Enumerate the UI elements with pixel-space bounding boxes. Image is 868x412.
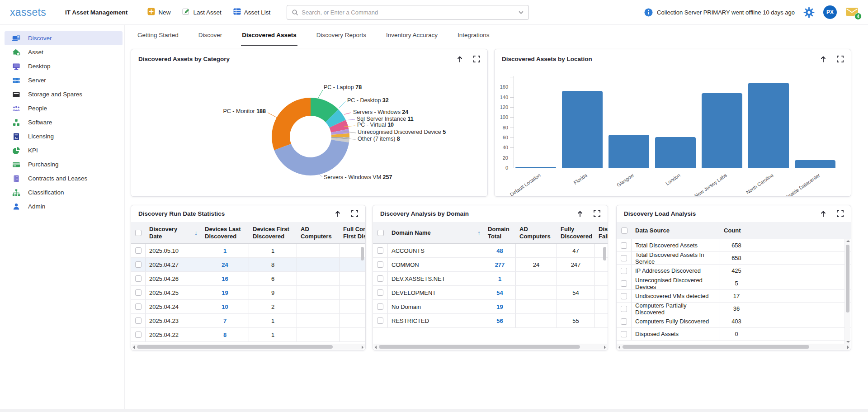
sidebar-item-software[interactable]: Software (5, 115, 123, 129)
expand-icon[interactable] (351, 210, 358, 217)
column-header[interactable]: ADComputers (516, 222, 557, 243)
bar-glasgow[interactable] (609, 135, 649, 168)
vertical-scrollbar-thumb[interactable] (846, 245, 849, 313)
column-header[interactable]: FullyDiscovered (557, 222, 595, 243)
select-all-checkbox[interactable] (135, 230, 142, 236)
row-checkbox[interactable] (621, 280, 627, 287)
table-row[interactable]: Computers Fully Discovered403 (617, 315, 851, 328)
column-header[interactable]: Devices FirstDiscovered (249, 222, 297, 243)
cell-link[interactable]: 19 (484, 300, 516, 313)
row-checkbox[interactable] (135, 275, 142, 282)
table-row[interactable]: DEVELOPMENT5454 (373, 286, 608, 300)
table-row[interactable]: 2025.05.1011 (131, 244, 365, 258)
chevron-down-icon[interactable] (518, 9, 524, 15)
sidebar-item-licensing[interactable]: Licensing (5, 129, 123, 143)
sidebar-item-kpi[interactable]: KPI (5, 143, 123, 157)
app-logo[interactable]: xassets (10, 6, 46, 19)
donut-slice-pc-monitor[interactable] (272, 98, 311, 150)
search-input[interactable] (302, 9, 518, 16)
horizontal-scrollbar[interactable] (617, 344, 850, 350)
export-up-arrow-icon[interactable] (576, 210, 584, 218)
export-up-arrow-icon[interactable] (820, 56, 827, 63)
tab-inventory-accuracy[interactable]: Inventory Accuracy (385, 25, 439, 46)
expand-icon[interactable] (837, 56, 844, 62)
vertical-scrollbar-thumb[interactable] (603, 247, 606, 260)
export-up-arrow-icon[interactable] (820, 210, 827, 218)
row-checkbox[interactable] (621, 306, 627, 312)
table-row[interactable]: Total Discovered Assets658 (617, 239, 851, 252)
select-all-checkbox[interactable] (377, 230, 384, 236)
row-checkbox[interactable] (377, 289, 383, 296)
table-row[interactable]: DEV.XASSETS.NET1 (373, 272, 608, 286)
sidebar-item-storage-and-spares[interactable]: Storage and Spares (5, 87, 123, 101)
cell-link[interactable]: 10 (201, 300, 249, 313)
new-button[interactable]: New (147, 8, 170, 17)
horizontal-scrollbar[interactable] (373, 344, 607, 350)
sidebar-item-contracts-and-leases[interactable]: Contracts and Leases (5, 171, 123, 185)
cell-link[interactable]: 1 (201, 244, 249, 257)
table-row[interactable]: COMMON27724247 (373, 258, 608, 272)
sidebar-item-admin[interactable]: Admin (5, 199, 123, 213)
horizontal-scrollbar[interactable] (132, 344, 365, 350)
expand-icon[interactable] (837, 210, 844, 217)
cell-link[interactable]: 277 (484, 258, 516, 271)
table-row[interactable]: ACCOUNTS4847 (373, 244, 608, 258)
row-checkbox[interactable] (135, 289, 142, 296)
gear-icon[interactable] (803, 7, 815, 18)
sidebar-item-desktop[interactable]: Desktop (5, 59, 123, 73)
row-checkbox[interactable] (621, 242, 627, 249)
row-checkbox[interactable] (135, 247, 142, 254)
column-header[interactable]: Devices LastDiscovered (201, 222, 249, 243)
column-header[interactable]: Data Source (632, 222, 720, 239)
row-checkbox[interactable] (621, 293, 627, 299)
row-checkbox[interactable] (621, 255, 627, 261)
table-row[interactable]: 2025.04.25199 (131, 286, 365, 300)
row-checkbox[interactable] (377, 261, 383, 268)
row-checkbox[interactable] (135, 261, 142, 268)
cell-link[interactable]: 16 (201, 272, 249, 285)
table-row[interactable]: Disposed Assets0 (617, 328, 851, 341)
table-row[interactable]: Total Discovered Assets In Service658 (617, 252, 851, 265)
cell-link[interactable]: 7 (201, 314, 249, 327)
asset-list-button[interactable]: Asset List (233, 8, 271, 17)
table-row[interactable]: IP Addresses Discovered425 (617, 265, 851, 277)
horizontal-scrollbar-thumb[interactable] (379, 345, 580, 349)
row-checkbox[interactable] (135, 331, 142, 338)
table-row[interactable]: Unrecognised Discovered Devices5 (617, 277, 851, 290)
column-header[interactable]: Discovery Date↓ (146, 222, 201, 243)
table-row[interactable]: RESTRICTED5655 (373, 314, 608, 328)
vertical-scrollbar-thumb[interactable] (361, 247, 364, 260)
sidebar-item-classification[interactable]: Classification (5, 185, 123, 199)
row-checkbox[interactable] (377, 275, 383, 282)
tab-discover[interactable]: Discover (198, 25, 223, 46)
column-header[interactable]: Full CompFirst Disc (340, 222, 366, 243)
table-row[interactable]: 2025.04.2281 (131, 328, 365, 342)
notification-banner[interactable]: Collection Server PRIMARY went offline 1… (644, 8, 795, 17)
last-asset-button[interactable]: Last Asset (182, 8, 221, 17)
sidebar-item-server[interactable]: Server (5, 73, 123, 87)
sidebar-item-purchasing[interactable]: Purchasing (5, 157, 123, 171)
row-checkbox[interactable] (135, 317, 142, 324)
column-header[interactable]: DisFail (595, 222, 608, 243)
horizontal-scrollbar-thumb[interactable] (137, 345, 333, 349)
column-header[interactable]: DomainTotal (484, 222, 516, 243)
cell-link[interactable]: 56 (484, 314, 516, 327)
bar-seattle-datacenter[interactable] (795, 160, 835, 168)
column-header[interactable]: Count (720, 222, 753, 239)
tab-integrations[interactable]: Integrations (457, 25, 491, 46)
column-header[interactable]: Domain Name↑ (388, 222, 484, 243)
tab-discovered-assets[interactable]: Discovered Assets (241, 25, 297, 46)
table-row[interactable]: Undiscovered VMs detected17 (617, 290, 851, 303)
horizontal-scrollbar-thumb[interactable] (623, 345, 809, 349)
expand-icon[interactable] (473, 56, 480, 62)
bar-london[interactable] (655, 137, 696, 168)
column-header[interactable]: AD Computers (297, 222, 340, 243)
export-up-arrow-icon[interactable] (334, 210, 341, 218)
row-checkbox[interactable] (135, 303, 142, 310)
table-row[interactable]: 2025.04.24102 (131, 300, 365, 314)
export-up-arrow-icon[interactable] (456, 56, 463, 63)
row-checkbox[interactable] (621, 331, 627, 337)
cell-link[interactable]: 24 (201, 258, 249, 271)
bar-default-location[interactable] (515, 167, 556, 168)
sidebar-item-discover[interactable]: Discover (5, 31, 123, 45)
